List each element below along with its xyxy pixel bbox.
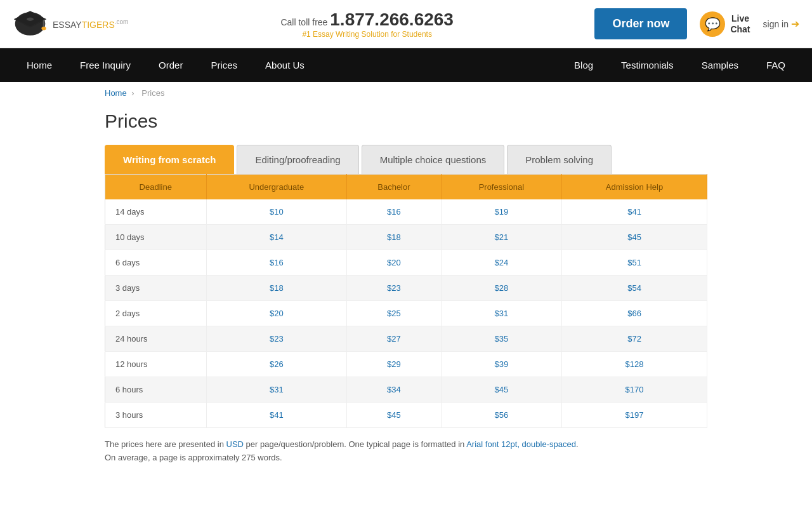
cell-price: $31 — [206, 377, 347, 403]
logo-tigers-text: TIGERS — [82, 19, 115, 29]
price-link[interactable]: $66 — [627, 309, 641, 318]
price-link[interactable]: $54 — [627, 283, 641, 293]
price-link[interactable]: $45 — [627, 232, 641, 242]
cell-price: $128 — [562, 352, 707, 377]
nav-left: Home Free Inquiry Order Prices About Us — [13, 48, 318, 82]
price-link[interactable]: $10 — [270, 207, 284, 217]
livechat-label: LiveChat — [730, 13, 750, 35]
cell-price: $14 — [206, 225, 347, 250]
price-link[interactable]: $35 — [495, 334, 509, 344]
price-link[interactable]: $18 — [270, 283, 284, 293]
cell-price: $20 — [347, 250, 442, 276]
price-link[interactable]: $197 — [625, 410, 644, 420]
nav-blog[interactable]: Blog — [560, 48, 607, 82]
tab-multiple-choice[interactable]: Multiple choice questions — [362, 145, 505, 174]
col-header-undergraduate: Undergraduate — [206, 175, 347, 200]
cell-deadline: 3 hours — [105, 403, 207, 428]
table-row: 3 days$18$23$28$54 — [105, 276, 707, 301]
nav-prices[interactable]: Prices — [197, 48, 251, 82]
col-header-admission: Admission Help — [562, 175, 707, 200]
nav-free-inquiry[interactable]: Free Inquiry — [66, 48, 145, 82]
logo-area[interactable]: ESSAYTIGERS.com — [13, 6, 140, 41]
nav-testimonials[interactable]: Testimonials — [607, 48, 688, 82]
table-header-row: Deadline Undergraduate Bachelor Professi… — [105, 175, 707, 200]
table-row: 12 hours$26$29$39$128 — [105, 352, 707, 377]
cell-price: $10 — [206, 199, 347, 225]
signin-label: sign in — [763, 19, 789, 29]
tab-problem-solving[interactable]: Problem solving — [507, 145, 612, 174]
table-row: 6 days$16$20$24$51 — [105, 250, 707, 276]
price-link[interactable]: $14 — [270, 232, 284, 242]
price-link[interactable]: $28 — [495, 283, 509, 293]
phone-number: 1.877.266.6263 — [330, 10, 454, 29]
price-link[interactable]: $56 — [495, 410, 509, 420]
price-link[interactable]: $39 — [495, 359, 509, 369]
price-link[interactable]: $45 — [387, 410, 401, 420]
price-link[interactable]: $16 — [387, 207, 401, 217]
cell-price: $197 — [562, 403, 707, 428]
col-header-professional: Professional — [441, 175, 561, 200]
signin-button[interactable]: sign in ➔ — [763, 18, 799, 30]
price-link[interactable]: $41 — [270, 410, 284, 420]
price-link[interactable]: $25 — [387, 309, 401, 318]
footnote: The prices here are presented in USD per… — [105, 438, 707, 465]
cell-deadline: 14 days — [105, 199, 207, 225]
tab-editing-proofreading[interactable]: Editing/proofreading — [237, 145, 358, 174]
tagline: #1 Essay Writing Solution for Students — [152, 30, 582, 39]
logo-icon — [13, 6, 48, 41]
price-link[interactable]: $29 — [387, 359, 401, 369]
price-link[interactable]: $26 — [270, 359, 284, 369]
cell-price: $21 — [441, 225, 561, 250]
tab-writing-from-scratch[interactable]: Writing from scratch — [105, 145, 234, 174]
nav-home[interactable]: Home — [13, 48, 66, 82]
cell-price: $20 — [206, 301, 347, 326]
price-link[interactable]: $72 — [627, 334, 641, 344]
price-link[interactable]: $23 — [270, 334, 284, 344]
price-link[interactable]: $31 — [270, 385, 284, 394]
cell-price: $16 — [347, 199, 442, 225]
cell-price: $16 — [206, 250, 347, 276]
cell-price: $35 — [441, 326, 561, 352]
col-header-bachelor: Bachelor — [347, 175, 442, 200]
price-link[interactable]: $23 — [387, 283, 401, 293]
price-link[interactable]: $51 — [627, 258, 641, 267]
price-link[interactable]: $27 — [387, 334, 401, 344]
cell-deadline: 10 days — [105, 225, 207, 250]
price-link[interactable]: $170 — [625, 385, 644, 394]
site-header: ESSAYTIGERS.com Call toll free 1.877.266… — [0, 0, 812, 48]
logo-com-text: .com — [115, 18, 129, 25]
call-label: Call toll free — [280, 17, 327, 27]
signin-arrow-icon: ➔ — [791, 18, 799, 30]
order-now-button[interactable]: Order now — [594, 8, 687, 39]
page-title: Prices — [105, 110, 707, 132]
table-row: 6 hours$31$34$45$170 — [105, 377, 707, 403]
cell-deadline: 2 days — [105, 301, 207, 326]
cell-price: $45 — [562, 225, 707, 250]
price-link[interactable]: $16 — [270, 258, 284, 267]
nav-samples[interactable]: Samples — [688, 48, 752, 82]
cell-price: $27 — [347, 326, 442, 352]
cell-price: $39 — [441, 352, 561, 377]
cell-price: $34 — [347, 377, 442, 403]
price-link[interactable]: $18 — [387, 232, 401, 242]
cell-price: $41 — [206, 403, 347, 428]
livechat-button[interactable]: 💬 LiveChat — [700, 11, 750, 37]
nav-about-us[interactable]: About Us — [251, 48, 318, 82]
price-link[interactable]: $34 — [387, 385, 401, 394]
price-link[interactable]: $24 — [495, 258, 509, 267]
cell-deadline: 6 days — [105, 250, 207, 276]
price-link[interactable]: $41 — [627, 207, 641, 217]
price-link[interactable]: $45 — [495, 385, 509, 394]
breadcrumb-home[interactable]: Home — [105, 88, 127, 98]
nav-faq[interactable]: FAQ — [752, 48, 799, 82]
price-tabs: Writing from scratch Editing/proofreadin… — [105, 145, 707, 174]
price-link[interactable]: $20 — [270, 309, 284, 318]
price-link[interactable]: $20 — [387, 258, 401, 267]
svg-point-4 — [41, 27, 46, 30]
price-link[interactable]: $31 — [495, 309, 509, 318]
price-link[interactable]: $21 — [495, 232, 509, 242]
price-link[interactable]: $128 — [625, 359, 644, 369]
cell-price: $45 — [441, 377, 561, 403]
nav-order[interactable]: Order — [145, 48, 197, 82]
price-link[interactable]: $19 — [495, 207, 509, 217]
